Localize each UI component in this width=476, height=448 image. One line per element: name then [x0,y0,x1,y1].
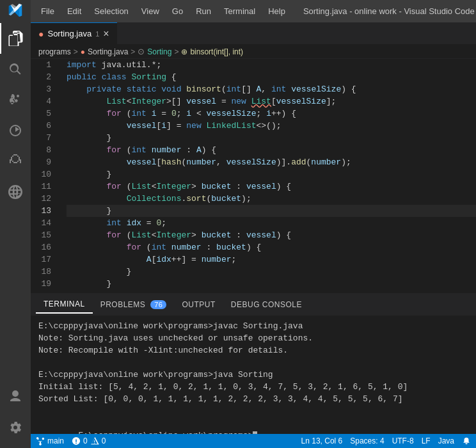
menu-view[interactable]: View [136,4,164,19]
code-line-9: vessel[hash(number, vesselSize)].add(num… [67,156,476,168]
window-title: Sorting.java - online work - Visual Stud… [293,6,476,16]
editor-tab-sorting[interactable]: ● Sorting.java 1 × [31,22,117,44]
status-notifications[interactable] [462,436,471,445]
breadcrumb: programs > ● Sorting.java > ⊙ Sorting > … [31,45,476,59]
branch-name: main [47,436,64,445]
code-line-19: } [67,278,476,290]
code-line-1: import java.util.*; [67,59,476,71]
tab-output[interactable]: OUTPUT [174,296,223,313]
menu-run[interactable]: Run [191,4,216,19]
tab-bar: ● Sorting.java 1 × [31,22,476,45]
menu-bar: File Edit Selection View Go Run Terminal… [31,0,476,22]
breadcrumb-method[interactable]: binsort(int[], int) [190,47,243,56]
terminal-line-6: Initial list: [5, 4, 2, 1, 0, 2, 1, 1, 0… [38,381,468,393]
status-bar: main 0 0 Ln 13, Col 6 Spaces: 4 UTF-8 LF… [31,434,476,448]
warning-icon [90,436,99,445]
main-area: File Edit Selection View Go Run Terminal… [31,0,476,448]
line-numbers: 1 2 3 4 5 6 7 8 9 10 11 12 13 14 15 16 1… [31,59,61,293]
remote-icon[interactable] [0,177,31,207]
code-line-12: Collections.sort(bucket); [67,193,476,205]
code-line-11: for (List<Integer> bucket : vessel) { [67,180,476,193]
run-debug-icon[interactable] [0,115,31,146]
breadcrumb-file[interactable]: Sorting.java [88,47,128,56]
status-position[interactable]: Ln 13, Col 6 [301,436,343,445]
editor-area: 1 2 3 4 5 6 7 8 9 10 11 12 13 14 15 16 1… [31,59,476,293]
menu-terminal[interactable]: Terminal [219,4,260,19]
code-line-18: } [67,266,476,278]
extensions-icon[interactable] [0,146,31,177]
terminal-tab-bar: TERMINAL PROBLEMS 76 OUTPUT DEBUG CONSOL… [31,294,476,316]
source-control-icon[interactable] [0,84,31,115]
tab-terminal[interactable]: TERMINAL [36,296,93,314]
code-line-17: A[idx++] = number; [67,253,476,266]
tab-close-icon[interactable]: × [103,29,109,39]
tab-error-icon: ● [38,29,44,39]
menu-edit[interactable]: Edit [62,4,86,19]
code-line-5: for (int i = 0; i < vesselSize; i++) { [67,108,476,120]
spaces-label: Spaces: 4 [350,436,384,445]
language-label: Java [438,436,454,445]
code-line-6: vessel[i] = new LinkedList<>(); [67,120,476,132]
code-line-7: } [67,132,476,144]
terminal-line-8 [38,405,468,417]
status-encoding[interactable]: UTF-8 [392,436,414,445]
terminal-line-2: Note: Sorting.java uses unchecked or uns… [38,332,468,344]
tab-filename: Sorting.java [47,29,91,38]
code-line-2: public class Sorting { [67,71,476,83]
status-branch[interactable]: main [36,436,64,445]
breadcrumb-class[interactable]: Sorting [147,47,171,56]
encoding-label: UTF-8 [392,436,414,445]
terminal-content[interactable]: E:\ccpppyjava\online work\programs>javac… [31,316,476,434]
code-line-13: } [67,205,476,217]
activity-bar [0,0,31,448]
menu-selection[interactable]: Selection [89,4,133,19]
line-ending-label: LF [422,436,431,445]
terminal-line-3: Note: Recompile with -Xlint:unchecked fo… [38,344,468,356]
menu-help[interactable]: Help [263,4,290,19]
vscode-logo-icon [8,3,23,18]
menu-file[interactable]: File [36,4,60,19]
terminal-line-5: E:\ccpppyjava\online work\programs>java … [38,369,468,381]
code-line-15: for (List<Integer> bucket : vessel) { [67,229,476,241]
error-count: 0 [83,436,88,445]
bell-icon [462,436,471,445]
tab-debug-console[interactable]: DEBUG CONSOLE [223,296,310,313]
code-line-4: List<Integer>[] vessel = new List[vessel… [67,95,476,108]
code-line-3: private static void binsort(int[] A, int… [67,83,476,95]
code-line-10: } [67,168,476,180]
code-line-14: int idx = 0; [67,217,476,229]
terminal-prompt-line: E:\ccpppyjava\online work\programs> [38,417,468,434]
account-icon[interactable] [0,381,31,412]
terminal-line-4 [38,356,468,369]
warning-count: 0 [102,436,106,445]
terminal-panel: TERMINAL PROBLEMS 76 OUTPUT DEBUG CONSOL… [31,293,476,434]
menu-go[interactable]: Go [167,4,188,19]
cursor-position: Ln 13, Col 6 [301,436,343,445]
error-icon [72,436,81,445]
branch-icon [36,436,45,445]
terminal-line-7: Sorted List: [0, 0, 0, 1, 1, 1, 1, 1, 2,… [38,393,468,405]
terminal-line-1: E:\ccpppyjava\online work\programs>javac… [38,320,468,332]
breadcrumb-programs[interactable]: programs [38,47,71,56]
code-area[interactable]: import java.util.*; public class Sorting… [61,59,476,293]
problems-badge: 76 [150,300,166,309]
status-spaces[interactable]: Spaces: 4 [350,436,384,445]
status-line-ending[interactable]: LF [422,436,431,445]
search-icon[interactable] [0,54,31,84]
files-icon[interactable] [0,23,31,54]
status-language[interactable]: Java [438,436,454,445]
settings-icon[interactable] [0,412,31,443]
code-line-16: for (int number : bucket) { [67,241,476,253]
tab-problems[interactable]: PROBLEMS 76 [93,296,175,313]
tab-number: 1 [95,30,99,38]
status-errors[interactable]: 0 0 [72,436,106,445]
code-line-8: for (int number : A) { [67,144,476,156]
